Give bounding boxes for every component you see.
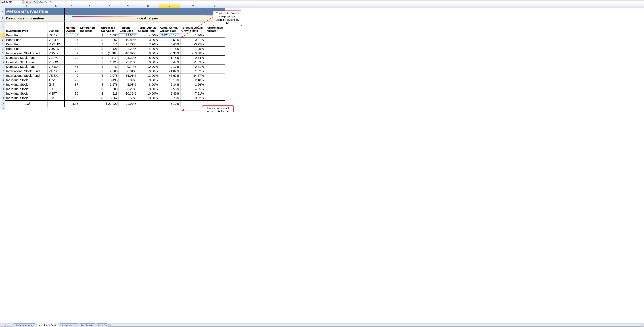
cell-pct[interactable]: 10.82% <box>119 38 137 42</box>
cell-longshort[interactable] <box>79 56 100 60</box>
cell-v1[interactable] <box>159 8 180 15</box>
performance-header[interactable]: Performance Analysis <box>137 15 159 22</box>
cell-type[interactable]: Individual Stock <box>5 82 48 87</box>
row-header-17[interactable]: 17 <box>0 91 5 96</box>
cell-perf[interactable] <box>205 96 225 100</box>
cell-tva[interactable]: -7.51% <box>180 91 205 96</box>
cell-target[interactable]: 8.00% <box>137 87 159 91</box>
cell-perf[interactable] <box>205 82 225 87</box>
cell-r20[interactable] <box>79 107 100 110</box>
cell-months[interactable]: 9 <box>64 74 79 78</box>
cell-pct[interactable]: 45.98% <box>119 82 137 87</box>
cell-months[interactable]: 50 <box>64 91 79 96</box>
cell-V[interactable]: 10.18% <box>159 78 180 82</box>
cell-months[interactable]: 6 <box>64 87 79 91</box>
cell-type[interactable]: Bond Fund <box>5 33 48 38</box>
cell-symbol[interactable]: VUSTX <box>48 46 64 51</box>
col-label-type[interactable]: Investment Type <box>5 22 48 33</box>
cell-months[interactable]: 10 <box>64 46 79 51</box>
cell-months[interactable]: 42 <box>64 51 79 56</box>
col-header-V[interactable]: V <box>159 4 180 8</box>
cell-v20[interactable] <box>159 107 180 110</box>
cell-t20[interactable] <box>119 107 137 110</box>
cell-v2[interactable] <box>159 15 180 22</box>
descriptive-header[interactable]: Descriptive Information <box>5 15 48 22</box>
cell-target[interactable]: 10.00% <box>137 96 159 100</box>
cell-symbol[interactable]: VFSTX <box>48 38 64 42</box>
cell-V[interactable]: 21.02% <box>159 69 180 74</box>
cell-target[interactable]: 8.00% <box>137 56 159 60</box>
cell-months[interactable]: 46 <box>64 64 79 69</box>
cell-tva[interactable]: 0.31% <box>180 38 205 42</box>
row-header-15[interactable]: 15 <box>0 82 5 87</box>
col-label-percent[interactable]: Percent Gain/Loss <box>119 22 137 33</box>
cell-longshort[interactable] <box>79 78 100 82</box>
row-header-13[interactable]: 13 <box>0 74 5 78</box>
cell-tva[interactable]: -0.75% <box>180 42 205 46</box>
cell-perf[interactable] <box>205 46 225 51</box>
cancel-formula-button[interactable]: ✕ <box>25 0 28 4</box>
cell-longshort[interactable] <box>79 33 100 38</box>
cell-target[interactable]: 10.00% <box>137 91 159 96</box>
cell-s1[interactable] <box>100 8 119 15</box>
cell-months[interactable]: 29 <box>64 69 79 74</box>
cell-longshort[interactable] <box>79 82 100 87</box>
cell-target[interactable]: 8.00% <box>137 51 159 56</box>
row-header-7[interactable]: 7 <box>0 46 5 51</box>
row-header-10[interactable]: 10 <box>0 60 5 64</box>
col-label-actual-rate[interactable]: Actual Annual Growth Rate <box>159 22 180 33</box>
cell-symbol[interactable]: VEIEX <box>48 74 64 78</box>
cell-longshort[interactable] <box>79 51 100 56</box>
cell-symbol[interactable]: VFICX <box>48 33 64 38</box>
cell-months[interactable]: 48 <box>64 42 79 46</box>
cell-pct[interactable]: 6.28% <box>119 87 137 91</box>
fx-button[interactable]: fx <box>33 0 36 4</box>
cell-V[interactable]: 8.47% <box>159 60 180 64</box>
cell-pct[interactable]: -18.82% <box>119 51 137 56</box>
cell-months[interactable]: 48 <box>64 33 79 38</box>
select-all-corner[interactable] <box>0 4 5 8</box>
cell-type[interactable]: International Stock Fund <box>5 69 48 74</box>
col-header-X[interactable]: X <box>205 4 225 8</box>
cell-pct[interactable]: 50.81% <box>119 69 137 74</box>
cell-target[interactable]: 7.20% <box>137 42 159 46</box>
col-label-target-rate[interactable]: Target Annual Growth Rate <box>137 22 159 33</box>
cell-longshort[interactable] <box>79 46 100 51</box>
cell-gain[interactable]: $126 <box>100 46 119 51</box>
cell-tva[interactable]: -1.53% <box>180 60 205 64</box>
col-label-symbol[interactable]: Symbol <box>48 22 64 33</box>
cell-r2[interactable] <box>79 15 100 22</box>
cell-perf[interactable] <box>205 69 225 74</box>
col-label-target-vs-actual[interactable]: Target vs Actual Growth Rate <box>180 22 205 33</box>
row-header-11[interactable]: 11 <box>0 64 5 69</box>
cell-symbol[interactable]: TRV <box>48 78 64 82</box>
cell-gain[interactable]: $218 <box>100 91 119 96</box>
cell-target[interactable]: 10.00% <box>137 60 159 64</box>
cell-gain[interactable]: $(1,382) <box>100 51 119 56</box>
cell-pct[interactable]: -3.20% <box>119 56 137 60</box>
cell-gain[interactable]: $2,900 <box>100 69 119 74</box>
col-header-S[interactable]: S <box>100 4 119 8</box>
cell-u20[interactable] <box>137 107 159 110</box>
cell-type[interactable]: Bond Fund <box>5 38 48 42</box>
cell-w2[interactable] <box>180 15 205 22</box>
cell-tva[interactable]: -1.66% <box>180 82 205 87</box>
cell-u19[interactable] <box>137 100 159 107</box>
cell-V[interactable]: 6.34% <box>159 82 180 87</box>
cell-pct[interactable]: 0.74% <box>119 64 137 69</box>
row-header-9[interactable]: 9 <box>0 56 5 60</box>
cell-longshort[interactable] <box>79 42 100 46</box>
cell-longshort[interactable] <box>79 69 100 74</box>
cell-target[interactable]: 4.00% <box>137 46 159 51</box>
cell-V[interactable]: 3.51% <box>159 38 180 42</box>
cell-pct[interactable]: 61.09% <box>119 78 137 82</box>
row-header-20[interactable]: 20 <box>0 107 5 110</box>
cell-tva[interactable]: 34.67% <box>180 74 205 78</box>
col-header-R[interactable]: R <box>79 4 100 8</box>
cell-type[interactable]: Domestic Stock Fund <box>5 64 48 69</box>
row-header-14[interactable]: 14 <box>0 78 5 82</box>
cell-gain[interactable]: $811 <box>100 42 119 46</box>
cell-t1[interactable] <box>119 8 137 15</box>
cell-target[interactable]: 3.20% <box>137 38 159 42</box>
col-header-B[interactable]: B <box>48 4 64 8</box>
